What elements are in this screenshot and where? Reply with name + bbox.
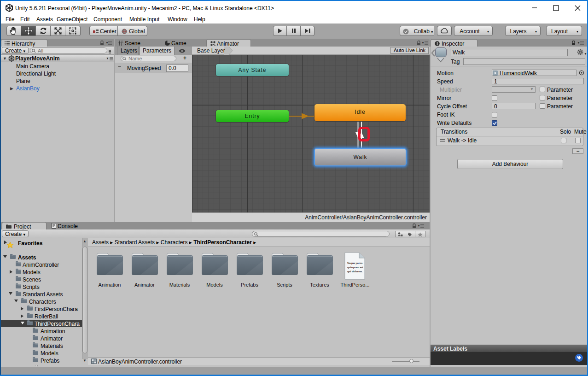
svg-text:Neque porro: Neque porro: [347, 261, 362, 264]
svg-text:qui dolorem.: qui dolorem.: [347, 270, 363, 273]
svg-text:quisquam est: quisquam est: [347, 265, 364, 269]
